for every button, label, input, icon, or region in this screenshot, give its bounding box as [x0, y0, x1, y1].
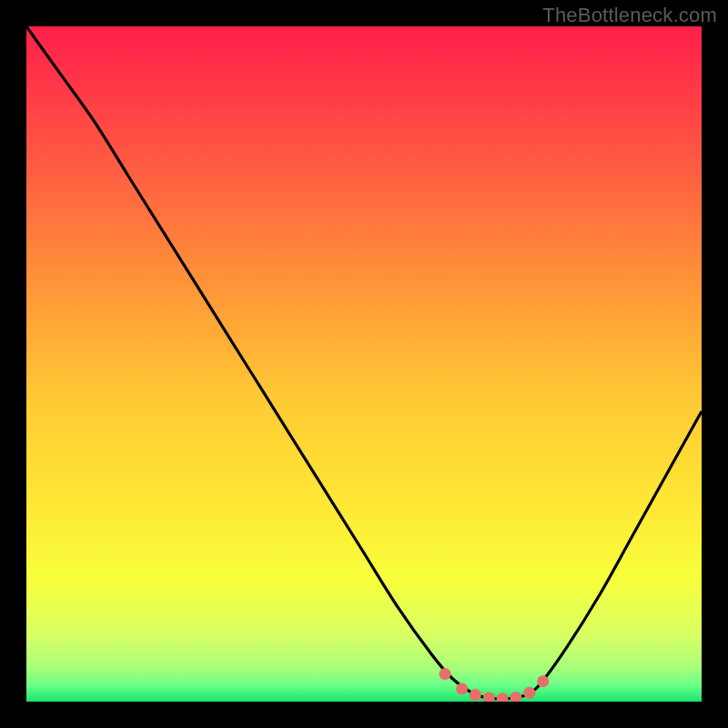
- watermark-text: TheBottleneck.com: [542, 4, 717, 27]
- optimal-marker: [537, 675, 549, 687]
- gradient-background: [26, 26, 702, 702]
- optimal-marker: [456, 682, 468, 694]
- optimal-marker: [470, 689, 481, 701]
- optimal-marker: [440, 668, 451, 680]
- chart-frame: TheBottleneck.com: [0, 0, 728, 728]
- bottleneck-plot: [26, 26, 702, 702]
- optimal-marker: [523, 687, 535, 699]
